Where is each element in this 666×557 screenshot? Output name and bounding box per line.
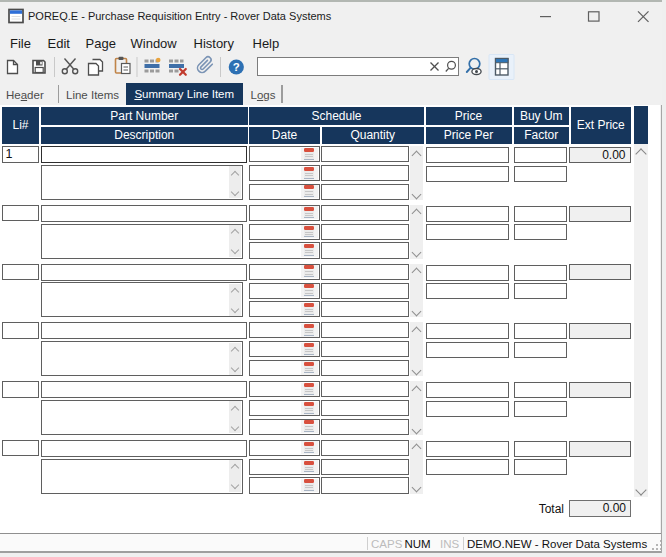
svg-text:?: ? (233, 61, 240, 73)
